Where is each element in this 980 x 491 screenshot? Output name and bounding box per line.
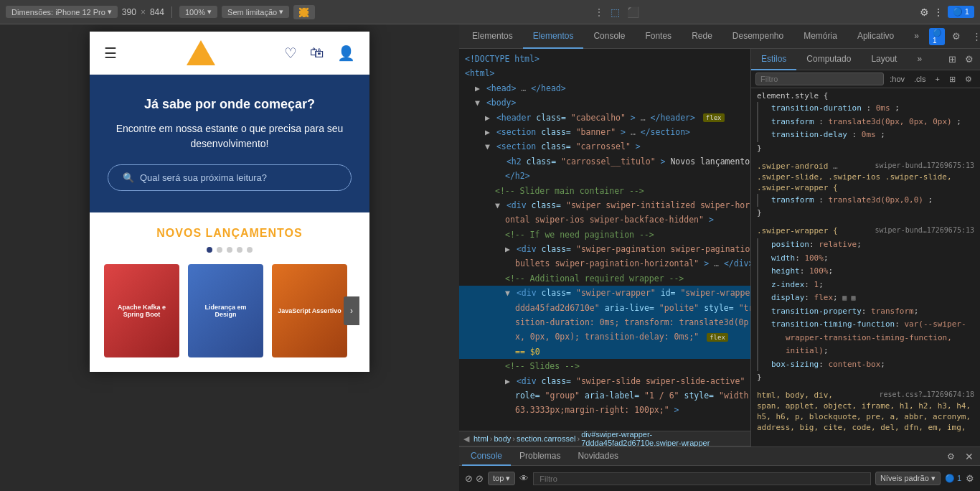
- tab-elements-inactive[interactable]: Elementos: [462, 24, 523, 49]
- html-line-swiper-class-cont[interactable]: ontal swiper-ios swiper-backface-hidden"…: [459, 212, 750, 227]
- carousel-next-arrow[interactable]: ›: [344, 296, 359, 325]
- cls-button[interactable]: .cls: [910, 73, 930, 85]
- dot-1[interactable]: [207, 247, 212, 253]
- toggle-head[interactable]: ▶: [475, 83, 480, 93]
- html-line-comment-slides[interactable]: <!-- Slides -->: [459, 359, 750, 373]
- html-line-banner[interactable]: ▶ <section class= "banner" > … </section…: [459, 125, 750, 139]
- tab-application[interactable]: Aplicativo: [847, 24, 904, 49]
- dot-2[interactable]: [217, 247, 222, 253]
- cursor-icon[interactable]: ⬚: [611, 6, 620, 18]
- console-close-icon[interactable]: ✕: [961, 449, 977, 464]
- add-style-button[interactable]: +: [932, 73, 943, 85]
- more-icon-1[interactable]: ⋮: [595, 7, 603, 17]
- console-block-icon[interactable]: ⊘: [476, 473, 484, 484]
- tab-console-bottom[interactable]: Console: [462, 447, 511, 466]
- html-line-html[interactable]: <html>: [459, 66, 750, 80]
- html-line-swiper-div[interactable]: ▼ <div class= "swiper swiper-initialized…: [459, 198, 750, 212]
- refresh-styles-button[interactable]: ⊞: [946, 73, 959, 85]
- console-eye-icon[interactable]: 👁: [519, 473, 529, 484]
- html-line-swiper-wrapper-2[interactable]: ddda45fad2d6710e" aria-live= "polite" st…: [459, 301, 750, 315]
- tab-more[interactable]: »: [904, 24, 929, 49]
- html-line-h2-close[interactable]: </h2>: [459, 169, 750, 183]
- tab-network[interactable]: Rede: [682, 24, 722, 49]
- toggle-swiper-wrapper[interactable]: ▼: [505, 288, 510, 298]
- html-line-header[interactable]: ▶ <header class= "cabecalho" > … </heade…: [459, 111, 750, 125]
- html-line-comment-slider[interactable]: <!-- Slider main container -->: [459, 184, 750, 198]
- mobile-search-bar[interactable]: 🔍 Qual será sua próxima leitura?: [108, 164, 352, 191]
- toggle-swiper[interactable]: ▼: [495, 200, 500, 210]
- html-line-comment-wrapper[interactable]: <!-- Additional required wrapper -->: [459, 271, 750, 286]
- html-line-head[interactable]: ▶ <head> … </head>: [459, 81, 750, 95]
- html-line-pagination-cont[interactable]: bullets swiper-pagination-horizontal" > …: [459, 256, 750, 271]
- dot-5[interactable]: [247, 247, 253, 253]
- elements-tab-icon[interactable]: ⬛: [627, 6, 639, 18]
- toggle-header[interactable]: ▶: [485, 113, 490, 123]
- breadcrumb-swiper-wrapper[interactable]: div#swiper-wrapper-7ddda45fad2d6710e.swi…: [581, 430, 746, 446]
- console-issue-badge[interactable]: 🔵 1: [945, 474, 961, 483]
- html-line-swiper-slide[interactable]: ▶ <div class= "swiper-slide swiper-slide…: [459, 374, 750, 388]
- console-gear-icon[interactable]: ⚙: [966, 473, 974, 484]
- html-line-pagination-div[interactable]: ▶ <div class= "swiper-pagination swiper-…: [459, 242, 750, 256]
- html-line-swiper-slide-2[interactable]: role= "group" aria-label= "1 / 6" style=…: [459, 388, 750, 403]
- tab-layout[interactable]: Layout: [861, 49, 907, 70]
- heart-icon[interactable]: ♡: [284, 45, 297, 62]
- user-icon[interactable]: 👤: [337, 45, 355, 62]
- tab-console[interactable]: Console: [583, 24, 635, 49]
- console-clear-icon[interactable]: ⊘: [465, 473, 473, 484]
- styles-grid-icon[interactable]: ⊞: [945, 52, 960, 67]
- devtools-more-icon[interactable]: ⋮: [968, 28, 980, 45]
- dot-4[interactable]: [237, 247, 242, 253]
- console-top-selector[interactable]: top ▾: [488, 472, 515, 485]
- html-line-doctype[interactable]: <!DOCTYPE html>: [459, 52, 750, 66]
- toggle-pagination[interactable]: ▶: [505, 244, 510, 254]
- book-card-1[interactable]: Apache Kafka e Spring Boot: [104, 264, 179, 357]
- tab-styles[interactable]: Estilos: [751, 49, 796, 70]
- console-filter-input[interactable]: [533, 472, 871, 485]
- html-line-swiper-wrapper[interactable]: ▼ <div class= "swiper-wrapper" id= "swip…: [459, 286, 750, 300]
- tab-elements[interactable]: Elementos: [523, 24, 584, 49]
- styles-filter-input[interactable]: [755, 73, 884, 85]
- html-line-carrossel[interactable]: ▼ <section class= "carrossel" >: [459, 139, 750, 154]
- html-line-swiper-slide-3[interactable]: 63.3333px;margin-right: 100px;" >: [459, 403, 750, 417]
- styles-more-button[interactable]: ⚙: [961, 73, 976, 85]
- tab-problems[interactable]: Problemas: [511, 447, 569, 466]
- book-card-2[interactable]: Liderança em Design: [188, 264, 263, 357]
- dock-button[interactable]: 🞿: [293, 5, 315, 19]
- cart-icon[interactable]: 🛍: [310, 45, 324, 61]
- html-line-swiper-wrapper-3[interactable]: sition-duration: 0ms; transform: transla…: [459, 315, 750, 329]
- breadcrumb-toggle-icon[interactable]: ◀: [463, 434, 469, 444]
- zoom-selector[interactable]: 100% ▾: [179, 6, 217, 18]
- styles-filter-bar: :hov .cls + ⊞ ⚙: [751, 70, 980, 88]
- toggle-body[interactable]: ▼: [475, 98, 480, 108]
- breadcrumb-section[interactable]: section.carrossel: [517, 434, 576, 443]
- settings-icon[interactable]: ⚙: [920, 6, 929, 18]
- toggle-banner[interactable]: ▶: [485, 127, 490, 137]
- book-card-3[interactable]: JavaScript Assertivo: [272, 264, 347, 357]
- tab-sources[interactable]: Fontes: [635, 24, 682, 49]
- html-line-h2[interactable]: ▶ <h2 class= "carrossel__titulo" > Novos…: [459, 154, 750, 169]
- console-settings-icon[interactable]: ⚙: [943, 450, 958, 463]
- html-line-comment-pagination[interactable]: <!-- If we need pagination -->: [459, 228, 750, 242]
- hamburger-icon[interactable]: ☰: [104, 45, 117, 62]
- tab-news[interactable]: Novidades: [569, 447, 627, 466]
- elements-panel[interactable]: <!DOCTYPE html> <html> ▶ <head> … </head…: [459, 49, 750, 431]
- breadcrumb-html[interactable]: html: [473, 434, 489, 443]
- more-icon-2[interactable]: ⋮: [933, 6, 943, 18]
- tab-more-styles[interactable]: »: [907, 49, 932, 70]
- html-line-dollar[interactable]: == $0: [459, 345, 750, 359]
- toggle-carrossel[interactable]: ▼: [485, 141, 490, 151]
- console-level-selector[interactable]: Níveis padrão ▾: [875, 472, 941, 485]
- tab-memory[interactable]: Memória: [793, 24, 847, 49]
- dimensions-selector[interactable]: Dimensões: iPhone 12 Pro ▾: [6, 6, 118, 18]
- html-line-body-open[interactable]: ▼ <body>: [459, 95, 750, 110]
- html-line-swiper-wrapper-4[interactable]: x, 0px, 0px); transition-delay: 0ms;" fl…: [459, 329, 750, 344]
- limit-selector[interactable]: Sem limitação ▾: [222, 6, 289, 18]
- tab-performance[interactable]: Desempenho: [722, 24, 793, 49]
- breadcrumb-body[interactable]: body: [494, 434, 511, 443]
- dot-3[interactable]: [227, 247, 232, 253]
- devtools-settings-icon[interactable]: ⚙: [948, 28, 965, 45]
- toggle-slide[interactable]: ▶: [505, 376, 510, 386]
- tab-computed[interactable]: Computado: [796, 49, 861, 70]
- hov-button[interactable]: :hov: [886, 73, 908, 85]
- styles-settings-icon[interactable]: ⚙: [961, 52, 977, 67]
